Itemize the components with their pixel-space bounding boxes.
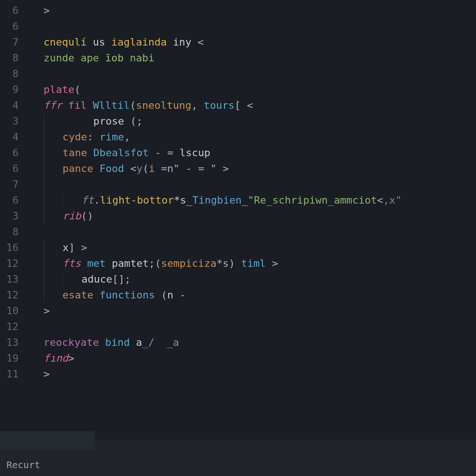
- code-token: pamtet: [112, 258, 148, 269]
- line-number: 10: [0, 303, 25, 319]
- code-token: fts: [63, 258, 81, 269]
- line-number: 6: [0, 19, 25, 34]
- status-tab[interactable]: [0, 431, 95, 450]
- code-token: ft: [81, 194, 94, 206]
- code-token: _/ _a: [142, 337, 179, 348]
- code-line[interactable]: >: [25, 303, 476, 319]
- code-token: lscup: [179, 147, 210, 159]
- code-token: tours: [204, 99, 234, 111]
- code-line[interactable]: >: [25, 3, 476, 19]
- code-lines[interactable]: > cnequlí us iaglainda iny < zunde ape ī…: [25, 0, 476, 439]
- code-token: (: [143, 163, 149, 174]
- code-editor: 667889434667638161213121012131911 > cneq…: [0, 0, 476, 476]
- code-token: <: [124, 163, 137, 174]
- code-line[interactable]: ft.light-bottor*s_Tingbien_"Re_schripiwn…: [25, 192, 476, 208]
- code-token: prose: [81, 115, 130, 127]
- code-token: rime: [99, 131, 124, 143]
- code-token: >: [44, 5, 50, 16]
- line-number: 6: [0, 145, 25, 161]
- line-number: 4: [0, 98, 25, 113]
- code-token: us: [86, 36, 111, 48]
- line-number: 16: [0, 240, 25, 256]
- line-number-gutter: 667889434667638161213121012131911: [0, 0, 25, 439]
- code-line[interactable]: reockyate bind a_/ _a: [25, 335, 476, 350]
- line-number: 8: [0, 66, 25, 82]
- code-line[interactable]: cnequlí us iaglainda iny <: [25, 34, 476, 50]
- line-number: 7: [0, 34, 25, 50]
- code-token: >: [68, 352, 74, 364]
- code-token: esate: [63, 289, 93, 301]
- code-line[interactable]: [25, 319, 476, 335]
- code-line[interactable]: ffr fil Wlltil(sneoltung, tours[ <: [25, 98, 476, 113]
- code-token: *s: [217, 258, 229, 269]
- code-line[interactable]: x] >: [25, 240, 476, 256]
- code-line[interactable]: [25, 224, 476, 240]
- code-line[interactable]: [25, 19, 476, 34]
- code-token: >: [44, 368, 50, 380]
- line-number: 7: [0, 177, 25, 192]
- line-number: 9: [0, 82, 25, 98]
- code-token: [];: [112, 273, 131, 285]
- code-token: >: [266, 258, 278, 269]
- code-token: -: [179, 289, 185, 301]
- line-number: 6: [0, 192, 25, 208]
- code-line[interactable]: rib(): [25, 208, 476, 224]
- code-token: n: [167, 289, 180, 301]
- code-line[interactable]: cyde: rime,: [25, 129, 476, 145]
- code-token: <: [377, 194, 383, 206]
- code-token: pance: [63, 163, 99, 174]
- code-token: "Re_schripiwn_ammciot: [248, 194, 377, 206]
- code-line[interactable]: fts met pamtet;(sempiciza*s) timl >: [25, 256, 476, 271]
- code-token: tane: [63, 147, 93, 159]
- code-line[interactable]: [25, 177, 476, 192]
- code-line[interactable]: esate functions (n -: [25, 287, 476, 303]
- code-line[interactable]: prose (;: [25, 113, 476, 129]
- code-line[interactable]: plate(: [25, 82, 476, 98]
- code-token: sempiciza: [161, 258, 216, 269]
- code-token: cyde: [63, 131, 87, 143]
- code-token: >: [44, 305, 50, 317]
- code-line[interactable]: tane Dbealsfot - = lscup: [25, 145, 476, 161]
- code-line[interactable]: aduce[];: [25, 271, 476, 287]
- code-area[interactable]: 667889434667638161213121012131911 > cneq…: [0, 0, 476, 439]
- code-token: ,: [192, 99, 204, 111]
- code-token: [99, 337, 105, 348]
- status-bar: Recurt: [0, 439, 476, 476]
- code-token: sneoltung: [136, 99, 191, 111]
- code-token: ffr: [44, 99, 62, 111]
- line-number: 3: [0, 113, 25, 129]
- code-token: .: [94, 194, 100, 206]
- code-token: >: [223, 163, 229, 174]
- code-token: (: [155, 289, 167, 301]
- line-number: 12: [0, 256, 25, 271]
- code-token: Wlltil: [93, 99, 130, 111]
- code-line[interactable]: pance Food <y(i =n" - = " >: [25, 161, 476, 177]
- code-token: [93, 289, 99, 301]
- code-token: ,x": [383, 194, 402, 206]
- code-token: iaglainda: [111, 36, 166, 48]
- code-token: *s_: [174, 194, 192, 206]
- code-token: x: [63, 242, 69, 253]
- code-token: ,: [124, 131, 130, 143]
- code-token: ] >: [69, 242, 87, 253]
- code-line[interactable]: fınd>: [25, 350, 476, 366]
- line-number: 19: [0, 350, 25, 366]
- line-number: 4: [0, 129, 25, 145]
- code-token: functions: [99, 289, 155, 301]
- code-token: ): [229, 258, 241, 269]
- code-token: - =: [149, 147, 179, 159]
- code-token: y: [136, 163, 142, 174]
- code-line[interactable]: [25, 66, 476, 82]
- code-token: n": [167, 163, 180, 174]
- code-token: timl: [241, 258, 266, 269]
- code-token: fil: [62, 99, 93, 111]
- code-token: i: [149, 163, 155, 174]
- code-token: rib: [63, 210, 81, 222]
- line-number: 13: [0, 271, 25, 287]
- code-line[interactable]: >: [25, 366, 476, 382]
- code-token: [ <: [234, 99, 253, 111]
- code-line[interactable]: zunde ape īob nabi: [25, 50, 476, 66]
- code-token: Tingbien: [192, 194, 242, 206]
- code-token: zunde: [44, 52, 74, 64]
- code-token: light-bottor: [100, 194, 174, 206]
